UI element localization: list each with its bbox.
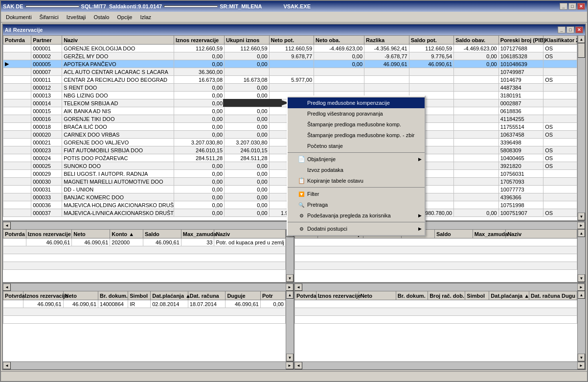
blcol-maxzam[interactable]: Max_zamuda <box>181 230 214 239</box>
context-menu-item-visestrано[interactable]: Predlog višestranog poravnanja <box>288 108 425 119</box>
table-row[interactable]: 000012S RENT DOO0,000,004487384 <box>3 84 577 92</box>
col-naziv[interactable]: Naziv <box>62 36 174 45</box>
bl2col-neto[interactable]: Neto <box>63 291 98 300</box>
table-row[interactable]: ▶000005APOTEKA PANČEVO0,000,000,0046.090… <box>3 60 577 68</box>
context-menu-item-stampanje[interactable]: Štampanje predloga međusobne komp. <box>288 119 425 130</box>
table-row[interactable] <box>295 316 577 324</box>
col-saldo-obav[interactable]: Saldo obav. <box>454 36 499 45</box>
scroll-left-btn[interactable]: ◄ <box>294 284 302 291</box>
inner-minimize-button[interactable]: _ <box>558 26 565 33</box>
brcol-maxzam[interactable]: Max_zamuda <box>473 230 506 239</box>
scroll-thumb[interactable] <box>578 43 585 58</box>
context-menu-item-stampanje-zbir[interactable]: Štampanje predloga međusobne komp. - zbi… <box>288 130 425 141</box>
blcol-potvrda[interactable]: Potvrda <box>3 230 26 239</box>
menu-izlaz[interactable]: Izlaz <box>136 13 155 21</box>
context-menu-item-filter[interactable]: 🔽 Filter <box>288 189 425 199</box>
input-box-2[interactable] <box>164 5 218 7</box>
col-potvrda[interactable]: Potvrda <box>3 36 31 45</box>
table-row[interactable] <box>295 254 577 262</box>
table-row[interactable] <box>295 308 577 316</box>
menu-opcije[interactable]: Opcije <box>113 13 136 21</box>
blcol-neto[interactable]: Neto <box>72 230 110 239</box>
br2col-iznos[interactable]: Iznos rezervacije <box>316 291 359 300</box>
right-hscrollbar[interactable]: ◄ ► <box>294 283 585 291</box>
scroll-right-btn[interactable]: ► <box>577 362 585 369</box>
inner-maximize-button[interactable]: □ <box>566 26 574 33</box>
context-menu-item-kompenzacija[interactable]: Predlog međusobne kompenzacije <box>288 97 425 108</box>
right-bottom-vscrollbar[interactable]: ▲ ▼ <box>577 291 585 361</box>
table-row[interactable] <box>3 262 286 270</box>
close-button[interactable]: ✕ <box>577 3 585 10</box>
scroll-left-btn[interactable]: ◄ <box>294 362 302 369</box>
col-razlika[interactable]: Razlika <box>364 36 409 45</box>
br2col-simbol[interactable]: Simbol <box>465 291 489 300</box>
table-row[interactable]: 46.090,6146.090,6114000864IR02.08.201418… <box>3 300 286 308</box>
left-bottom-vscrollbar[interactable]: ▲ ▼ <box>286 291 294 361</box>
table-row[interactable] <box>295 262 577 270</box>
col-pib[interactable]: Poreski broj (PIB) <box>498 36 543 45</box>
context-menu-item-dodatni[interactable]: ⚙ Dodatni postupci <box>288 223 425 234</box>
br2col-datrack-dugu[interactable]: Dat. računa Dugu <box>529 291 577 300</box>
menu-sifarnici[interactable]: Šifarnici <box>36 13 63 21</box>
main-table-vscrollbar[interactable]: ▲ ▼ <box>577 35 585 220</box>
menu-ostalo[interactable]: Ostalo <box>90 13 113 21</box>
scroll-left-btn[interactable]: ◄ <box>3 284 11 291</box>
br2col-potvrda[interactable]: Potvrda <box>295 291 317 300</box>
col-neto-pot[interactable]: Neto pot. <box>269 36 314 45</box>
menu-dokumenti[interactable]: Dokumenti <box>2 13 36 21</box>
table-row[interactable]: 000007ACL AUTO CENTAR LACARAC S LACARA36… <box>3 68 577 76</box>
table-row[interactable] <box>3 308 286 316</box>
table-row[interactable] <box>295 239 577 246</box>
scroll-right-btn[interactable]: ► <box>577 284 585 291</box>
context-menu-item-kopiranje[interactable]: 📋 Kopiranje tabele ostavu <box>288 175 425 186</box>
bl2col-potvrda[interactable]: Potvrda <box>3 291 23 300</box>
bl2col-datplac[interactable]: Dat.plaćanja ▲ <box>151 291 188 300</box>
scroll-down-btn[interactable]: ▼ <box>286 274 294 282</box>
minimize-button[interactable]: _ <box>560 3 567 10</box>
scroll-left-btn[interactable]: ◄ <box>3 362 11 369</box>
bl2-hscrollbar[interactable]: ◄ ► <box>3 361 294 369</box>
bl2col-simbol[interactable]: Simbol <box>128 291 151 300</box>
scroll-right-btn[interactable]: ► <box>286 362 294 369</box>
bl2col-duguje[interactable]: Duguje <box>226 291 260 300</box>
brcol-naziv[interactable]: Naziv <box>506 230 577 239</box>
context-menu-item-pocetno[interactable]: Početno stanje <box>288 141 425 151</box>
menu-izvestaji[interactable]: Izveštaji <box>63 13 90 21</box>
table-row[interactable]: 000011CENTAR ZA RECIKLAZU DOO BEOGRAD16.… <box>3 76 577 84</box>
table-row[interactable]: 000001GORENJE EKOLOGIJA DOO112.660,59112… <box>3 45 577 52</box>
context-menu-item-objasnjenje[interactable]: 📄 Objašnjenje <box>288 154 425 165</box>
scroll-down-btn[interactable]: ▼ <box>286 354 294 361</box>
blcol-saldo[interactable]: Saldo <box>143 230 181 239</box>
col-iznos-rez[interactable]: Iznos rezervacije <box>174 36 225 45</box>
table-row[interactable] <box>3 254 286 262</box>
context-menu-item-podesavanja[interactable]: ⚙ Podešavanja pregleda za korisnika <box>288 210 425 221</box>
bl2col-datrack[interactable]: Dat. računa <box>188 291 226 300</box>
context-menu-item-izvoz[interactable]: Izvoz podataka <box>288 165 425 175</box>
table-row[interactable] <box>295 300 577 308</box>
col-saldo-pot[interactable]: Saldo pot. <box>409 36 454 45</box>
br2col-brdok[interactable]: Br. dokum. <box>396 291 428 300</box>
bl2col-potr[interactable]: Potr <box>260 291 285 300</box>
scroll-right-btn[interactable]: ► <box>286 284 294 291</box>
col-klas2[interactable]: Klasifikator 2 <box>543 36 577 45</box>
br2col-brracdob[interactable]: Broj rač. dob. <box>428 291 465 300</box>
left-hscrollbar[interactable]: ◄ ► <box>3 283 294 291</box>
bl2col-brdok[interactable]: Br. dokum. <box>98 291 128 300</box>
right-upper-vscrollbar[interactable]: ▲ ▼ <box>577 229 585 282</box>
table-row[interactable]: 46.090,6146.090,6120200046.090,6133Potr.… <box>3 239 286 246</box>
inner-close-button[interactable]: ✕ <box>575 26 583 33</box>
table-row[interactable] <box>295 246 577 254</box>
brcol-saldo[interactable]: Saldo <box>434 230 473 239</box>
col-ukupni[interactable]: Ukupni iznos <box>225 36 270 45</box>
blcol-naziv[interactable]: Naziv <box>214 230 286 239</box>
scroll-down-button[interactable]: ▼ <box>578 213 585 220</box>
scroll-up-btn[interactable]: ▲ <box>286 291 294 299</box>
bl2col-iznos[interactable]: Iznos rezervacije <box>23 291 63 300</box>
scroll-down-btn[interactable]: ▼ <box>578 354 585 361</box>
table-row[interactable]: 000002GERŽEL MY DOO0,000,009.678,770,00-… <box>3 52 577 60</box>
table-row[interactable] <box>3 316 286 324</box>
scroll-down-btn[interactable]: ▼ <box>578 274 585 282</box>
blcol-iznos[interactable]: Iznos rezervacije <box>26 230 72 239</box>
scroll-right-button[interactable]: ► <box>577 222 585 229</box>
col-partner[interactable]: Partner <box>31 36 62 45</box>
